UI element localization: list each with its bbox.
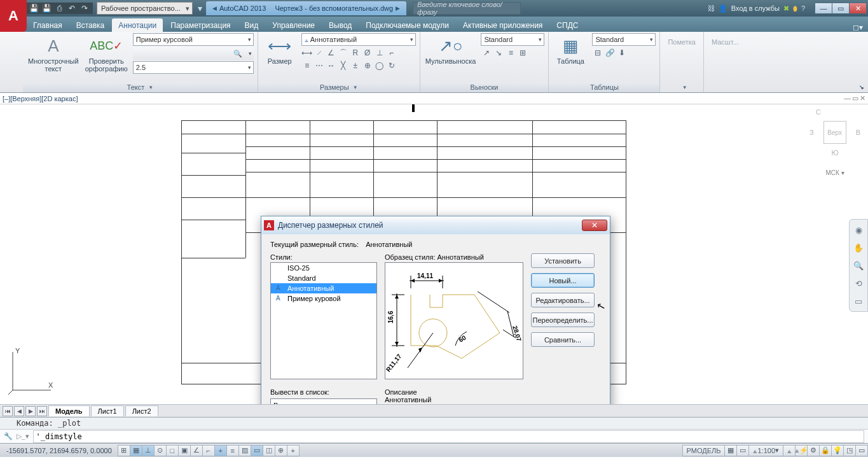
drawing-canvas[interactable]: С ЗВерхВ Ю МСК ▾ ◉ ✋ 🔍 ⟲ ▭ YX A Диспетче…: [0, 104, 868, 404]
dim-diameter-icon[interactable]: Ø: [362, 47, 373, 59]
sb-clean-icon[interactable]: ▭: [855, 445, 868, 456]
sb-iso-icon[interactable]: ◳: [843, 445, 856, 456]
table-download-icon[interactable]: ⬇: [616, 47, 628, 59]
login-link[interactable]: Вход в службы: [731, 4, 780, 12]
doc-next-icon[interactable]: ▶: [396, 5, 400, 11]
dim-aligned-icon[interactable]: ⟋: [313, 47, 325, 59]
sb-ws-icon[interactable]: ⚙: [807, 445, 820, 456]
annotation-scale[interactable]: ⟁ 1:100▾: [748, 445, 783, 456]
layout1-tab[interactable]: Лист1: [91, 405, 124, 416]
sb-am-icon[interactable]: ⊕: [275, 445, 287, 456]
autodesk-icon[interactable]: ⬮: [793, 4, 797, 13]
sb-snap-icon[interactable]: ⊞: [118, 445, 130, 456]
nav-wheel-icon[interactable]: ◉: [852, 223, 865, 236]
mleader-button[interactable]: ↗○ Мультивыноска: [424, 33, 478, 67]
sb-polar-icon[interactable]: ⊙: [154, 445, 167, 456]
sb-lock-icon[interactable]: 🔒: [819, 445, 832, 456]
sb-ducs-icon[interactable]: ⌐: [202, 445, 215, 456]
tab-annotations[interactable]: Аннотации: [112, 18, 163, 32]
modify-button[interactable]: Редактировать...: [531, 293, 595, 307]
panel-leaders-title[interactable]: Выноски↘: [420, 82, 549, 92]
sb-grid2-icon[interactable]: ▦: [724, 445, 737, 456]
tab-active-apps[interactable]: Активные приложения: [457, 18, 549, 32]
nav-showmotion-icon[interactable]: ▭: [852, 295, 865, 307]
sb-transp-icon[interactable]: ▨: [238, 445, 251, 456]
dim-continue-icon[interactable]: ⋯: [313, 60, 325, 71]
leader-remove-icon[interactable]: ↘: [493, 47, 504, 59]
style-item-annotativny[interactable]: Аннотативный: [271, 283, 376, 293]
leader-align-icon[interactable]: ≡: [505, 47, 516, 59]
sb-ortho-icon[interactable]: ⊥: [142, 445, 155, 456]
qat-saveas-icon[interactable]: 💾: [41, 3, 52, 14]
ribbon-collapse-icon[interactable]: ◻▾: [848, 23, 868, 32]
leader-add-icon[interactable]: ↗: [481, 47, 492, 59]
tab-output[interactable]: Вывод: [322, 18, 358, 32]
tab-next-icon[interactable]: ▶: [25, 406, 36, 416]
override-button[interactable]: Переопределить...: [531, 313, 595, 327]
compare-button[interactable]: Сравнить...: [531, 332, 595, 347]
leader-collect-icon[interactable]: ⊞: [517, 47, 528, 59]
sb-annovis-icon[interactable]: ⟁: [783, 445, 796, 456]
panel-tables-title[interactable]: Таблицы↘: [549, 82, 659, 92]
sb-layout-icon[interactable]: ▭: [736, 445, 749, 456]
dim-angular-icon[interactable]: ∠: [326, 47, 337, 59]
style-item-primer[interactable]: Пример куровой: [271, 293, 376, 304]
tab-parametric[interactable]: Параметризация: [164, 18, 237, 32]
app-menu-button[interactable]: A: [0, 0, 27, 32]
close-button[interactable]: ✕: [849, 3, 867, 14]
tab-insert[interactable]: Вставка: [70, 18, 111, 32]
tab-spds[interactable]: СПДС: [550, 18, 584, 32]
dim-jog-icon[interactable]: ⌐: [386, 47, 397, 59]
dimension-button[interactable]: ⟷ Размер: [262, 33, 298, 67]
document-tab[interactable]: ◀ AutoCAD 2013 Чертеж3 - без вспомогател…: [206, 1, 406, 15]
cmd-handle-icon[interactable]: 🔧: [4, 432, 13, 440]
xchange-icon[interactable]: ✖: [783, 4, 789, 13]
leader-style-dropdown[interactable]: Standard: [481, 33, 544, 46]
qat-plot-icon[interactable]: ⎙: [53, 3, 65, 14]
table-extract-icon[interactable]: ⊟: [592, 47, 603, 59]
dim-inspect-icon[interactable]: ◯: [374, 60, 385, 71]
markup-button[interactable]: Пометка: [664, 36, 699, 48]
vp-maximize-icon[interactable]: ▭: [852, 94, 858, 102]
nav-orbit-icon[interactable]: ⟲: [852, 277, 865, 290]
dim-break-icon[interactable]: ╳: [338, 60, 349, 71]
dim-tolerance-icon[interactable]: ±: [350, 60, 361, 71]
sb-plus-icon[interactable]: +: [287, 445, 300, 456]
tab-prev-icon[interactable]: ◀: [14, 406, 24, 416]
model-space-button[interactable]: РМОДЕЛЬ: [682, 445, 726, 456]
dialog-close-button[interactable]: ✕: [582, 220, 607, 231]
panel-dims-title[interactable]: Размеры▼↘: [258, 82, 420, 92]
minimize-button[interactable]: —: [815, 3, 832, 14]
viewcube-top-face[interactable]: Верх: [823, 121, 846, 144]
model-tab[interactable]: Модель: [48, 405, 90, 416]
set-current-button[interactable]: Установить: [531, 253, 595, 268]
sb-osnap-icon[interactable]: □: [166, 445, 179, 456]
tab-first-icon[interactable]: ⏮: [3, 406, 13, 416]
sb-otrack-icon[interactable]: ∠: [190, 445, 203, 456]
qat-redo-icon[interactable]: ↷: [79, 3, 90, 14]
scale-button[interactable]: Масшт...: [708, 36, 743, 48]
layout2-tab[interactable]: Лист2: [125, 405, 158, 416]
tab-view[interactable]: Вид: [238, 18, 265, 32]
find-text-button[interactable]: 🔍: [133, 47, 254, 60]
qat-save-icon[interactable]: 💾: [28, 3, 39, 14]
new-button[interactable]: Новый...: [531, 273, 595, 288]
spellcheck-button[interactable]: ABC✓ Проверитьорфографию: [84, 33, 129, 75]
help-icon[interactable]: ?: [801, 4, 805, 12]
text-height-dropdown[interactable]: 2.5: [133, 61, 254, 74]
wcs-label[interactable]: МСК ▾: [809, 169, 860, 176]
table-style-dropdown[interactable]: Standard: [592, 33, 656, 46]
sb-sc-icon[interactable]: ◫: [263, 445, 275, 456]
sb-grid-icon[interactable]: ▦: [130, 445, 142, 456]
dim-arc-icon[interactable]: ⌒: [338, 47, 349, 59]
nav-zoom-icon[interactable]: 🔍: [852, 259, 865, 272]
sb-qp-icon[interactable]: ▭: [251, 445, 263, 456]
vp-minimize-icon[interactable]: —: [844, 94, 851, 102]
panel-text-title[interactable]: Текст▼: [23, 82, 258, 92]
sb-3dosnap-icon[interactable]: ▣: [178, 445, 191, 456]
dim-baseline-icon[interactable]: ≡: [301, 60, 313, 71]
dialog-titlebar[interactable]: A Диспетчер размерных стилей ✕: [261, 216, 610, 234]
dim-style-dropdown[interactable]: ⟁Аннотативный: [301, 33, 416, 46]
sb-hw-icon[interactable]: 💡: [831, 445, 844, 456]
mtext-button[interactable]: A Многострочныйтекст: [27, 33, 80, 75]
